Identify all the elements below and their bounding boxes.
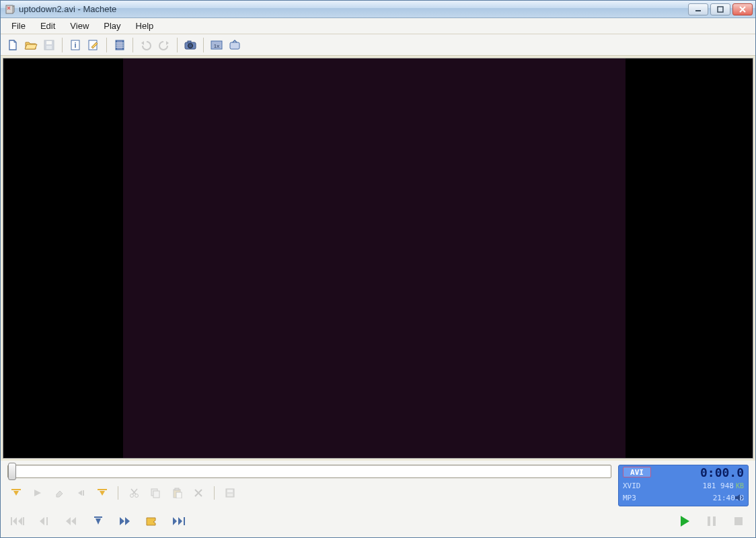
mark-start-icon[interactable] (7, 485, 25, 501)
undo-icon[interactable] (138, 37, 154, 53)
open-file-icon[interactable] (23, 37, 39, 53)
edit-properties-icon[interactable] (85, 37, 102, 53)
toolbar-separator (203, 38, 204, 52)
svg-rect-5 (46, 46, 52, 49)
app-window: uptodown2.avi - Machete File Edit View P… (0, 0, 756, 538)
save-selection-icon[interactable] (221, 485, 239, 501)
svg-rect-37 (713, 516, 716, 526)
toolbar-separator (106, 38, 107, 52)
svg-rect-2 (718, 7, 723, 12)
window-controls (688, 3, 753, 15)
zoom-1x-icon[interactable]: 1x (209, 37, 225, 53)
stop-button-icon[interactable] (728, 512, 749, 530)
volume-icon[interactable] (734, 494, 744, 504)
mark-end-icon[interactable] (93, 485, 111, 501)
menu-play[interactable]: Play (97, 19, 127, 33)
bookmark-icon[interactable] (142, 512, 162, 530)
save-icon[interactable] (41, 37, 57, 53)
first-frame-icon[interactable] (7, 512, 28, 530)
menubar: File Edit View Play Help (1, 18, 755, 34)
audio-codec-label: MP3 (623, 494, 683, 506)
svg-rect-30 (227, 490, 233, 492)
format-badge: AVI (623, 467, 651, 477)
rewind-icon[interactable] (61, 512, 81, 530)
window-title: uptodown2.avi - Machete (19, 4, 688, 14)
info-panel: AVI 0:00.0 XVID 181 948KB MP3 21:40.8 (618, 465, 749, 506)
playback-toolbar (7, 510, 749, 532)
menu-edit[interactable]: Edit (34, 19, 62, 33)
timeline-thumb[interactable] (8, 463, 16, 480)
delete-icon[interactable] (190, 485, 207, 501)
menu-help[interactable]: Help (129, 19, 161, 33)
toolbar-separator (62, 38, 63, 52)
video-viewport[interactable] (3, 58, 753, 459)
redo-icon[interactable] (156, 37, 172, 53)
pause-button-icon[interactable] (702, 512, 722, 530)
mark-prev-icon[interactable] (72, 485, 89, 501)
play-selection-icon[interactable] (29, 485, 46, 501)
toolbar-separator (118, 486, 118, 500)
edit-toolbar (7, 484, 611, 502)
svg-text:1x: 1x (214, 43, 219, 49)
play-button-icon[interactable] (675, 512, 695, 530)
new-file-icon[interactable] (5, 37, 21, 53)
svg-rect-31 (227, 494, 233, 496)
camera-icon[interactable] (182, 37, 198, 53)
info-icon[interactable]: i (67, 37, 83, 53)
film-icon[interactable] (112, 37, 128, 53)
svg-rect-17 (188, 41, 191, 43)
current-time: 0:00.0 (683, 467, 744, 482)
svg-rect-20 (230, 42, 239, 49)
tv-icon[interactable] (227, 37, 243, 53)
cut-icon[interactable] (125, 485, 143, 501)
maximize-button[interactable] (710, 3, 730, 15)
toolbar-separator (177, 38, 178, 52)
svg-text:i: i (74, 41, 76, 49)
copy-icon[interactable] (147, 485, 164, 501)
menu-view[interactable]: View (63, 19, 96, 33)
svg-rect-4 (46, 41, 52, 44)
fast-forward-icon[interactable] (115, 512, 135, 530)
video-content (123, 59, 625, 458)
goto-marker-icon[interactable] (88, 512, 108, 530)
titlebar: uptodown2.avi - Machete (1, 1, 755, 18)
last-frame-icon[interactable] (169, 512, 189, 530)
svg-rect-27 (175, 488, 179, 490)
svg-rect-28 (176, 492, 182, 498)
bottom-panel: AVI 0:00.0 XVID 181 948KB MP3 21:40.8 (1, 461, 755, 537)
minimize-button[interactable] (688, 3, 708, 15)
svg-rect-25 (153, 491, 159, 498)
erase-icon[interactable] (50, 485, 68, 501)
menu-file[interactable]: File (5, 19, 32, 33)
app-icon (5, 4, 15, 15)
video-codec-label: XVID (623, 482, 683, 494)
paste-icon[interactable] (168, 485, 186, 501)
timeline-slider[interactable] (7, 465, 611, 478)
toolbar-separator (214, 486, 215, 500)
close-button[interactable] (732, 3, 753, 15)
svg-rect-38 (734, 517, 743, 525)
toolbar-separator (133, 38, 133, 52)
prev-keyframe-icon[interactable] (34, 512, 54, 530)
svg-rect-36 (708, 516, 710, 526)
svg-point-16 (188, 43, 193, 48)
filesize-label: 181 948KB (683, 482, 744, 494)
main-toolbar: i 1x (1, 34, 755, 56)
